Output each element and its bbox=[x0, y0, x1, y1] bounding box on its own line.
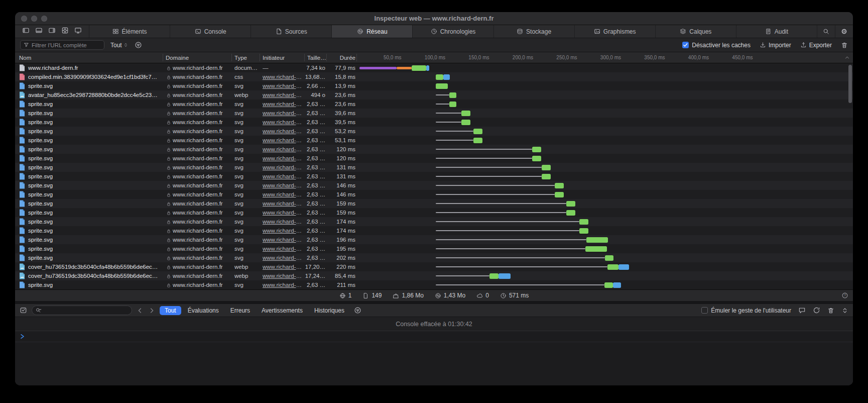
help-button[interactable]: ? bbox=[841, 292, 848, 299]
column-separator[interactable] bbox=[231, 54, 232, 61]
console-tab-tout[interactable]: Tout bbox=[160, 306, 181, 315]
tab-sources[interactable]: Sources bbox=[251, 25, 331, 38]
resource-initiator[interactable]: www.richard-d… bbox=[263, 118, 304, 127]
network-request-row[interactable]: avatar_hu85ecc3e298728880b0bde2dcc4e5c23… bbox=[15, 90, 853, 99]
zoom-button[interactable] bbox=[41, 16, 47, 22]
console-tab-avertissements[interactable]: Avertissements bbox=[257, 306, 308, 315]
minimize-button[interactable] bbox=[31, 16, 37, 22]
network-request-row[interactable]: sprite.svgwww.richard-dern.frsvgwww.rich… bbox=[15, 226, 853, 235]
settings-button[interactable] bbox=[835, 25, 853, 38]
network-request-row[interactable]: sprite.svgwww.richard-dern.frsvgwww.rich… bbox=[15, 109, 853, 118]
resource-initiator[interactable]: www.richard-d… bbox=[263, 99, 304, 109]
back-button[interactable] bbox=[137, 307, 144, 314]
vertical-scrollbar-thumb[interactable] bbox=[848, 65, 852, 103]
column-separator[interactable] bbox=[304, 54, 305, 61]
panel-bottom-button[interactable] bbox=[35, 27, 43, 36]
column-header-initiateur[interactable]: Initiateur bbox=[263, 52, 304, 63]
tab-elements[interactable]: Éléments bbox=[89, 25, 170, 38]
clear-network-button[interactable] bbox=[841, 42, 848, 49]
resource-initiator[interactable]: www.richard-d… bbox=[263, 172, 304, 181]
column-separator[interactable] bbox=[260, 54, 260, 61]
url-filter-input[interactable] bbox=[32, 42, 101, 48]
resource-initiator[interactable]: www.richard-d… bbox=[263, 190, 304, 199]
network-request-row[interactable]: sprite.svgwww.richard-dern.frsvgwww.rich… bbox=[15, 99, 853, 109]
resource-initiator[interactable]: www.richard-d… bbox=[263, 81, 304, 90]
network-request-row[interactable]: cover_hu736519dc3b5040cfa48b6b559b6de6ec… bbox=[15, 262, 853, 271]
resource-initiator[interactable]: www.richard-d… bbox=[263, 280, 304, 289]
network-request-row[interactable]: sprite.svgwww.richard-dern.frsvgwww.rich… bbox=[15, 118, 853, 127]
resource-initiator[interactable]: www.richard-d… bbox=[263, 253, 304, 262]
console-tab-historiques[interactable]: Historiques bbox=[309, 306, 349, 315]
resource-initiator[interactable]: www.richard-d… bbox=[263, 163, 304, 172]
tab-reseau[interactable]: Réseau bbox=[331, 25, 412, 38]
console-search-field[interactable] bbox=[32, 306, 132, 315]
inspect-element-button[interactable] bbox=[61, 27, 69, 36]
network-request-row[interactable]: sprite.svgwww.richard-dern.frsvgwww.rich… bbox=[15, 163, 853, 172]
disable-caches-toggle[interactable]: Désactiver les caches bbox=[682, 42, 751, 49]
resource-initiator[interactable]: www.richard-d… bbox=[263, 72, 304, 81]
panel-left-button[interactable] bbox=[22, 27, 30, 36]
resource-initiator[interactable]: www.richard-d… bbox=[263, 90, 304, 99]
filter-options-button[interactable] bbox=[135, 41, 142, 49]
console-filter-options-button[interactable] bbox=[354, 307, 361, 314]
resource-initiator[interactable]: www.richard-d… bbox=[263, 181, 304, 190]
network-request-row[interactable]: sprite.svgwww.richard-dern.frsvgwww.rich… bbox=[15, 81, 853, 90]
network-request-row[interactable]: sprite.svgwww.richard-dern.frsvgwww.rich… bbox=[15, 199, 853, 208]
console-messages-button[interactable] bbox=[798, 307, 806, 314]
resource-initiator[interactable]: www.richard-d… bbox=[263, 226, 304, 235]
url-filter-field[interactable] bbox=[20, 40, 104, 50]
clear-console-button[interactable] bbox=[827, 307, 834, 314]
network-request-row[interactable]: sprite.svgwww.richard-dern.frsvgwww.rich… bbox=[15, 217, 853, 226]
resource-initiator[interactable]: www.richard-d… bbox=[263, 244, 304, 253]
console-tab-valuations[interactable]: Évaluations bbox=[183, 306, 224, 315]
column-separator[interactable] bbox=[356, 54, 357, 61]
resource-initiator[interactable]: www.richard-d… bbox=[263, 235, 304, 244]
column-header-domaine[interactable]: Domaine bbox=[166, 52, 226, 63]
responsive-mode-button[interactable] bbox=[74, 27, 82, 36]
import-button[interactable]: Importer bbox=[760, 42, 791, 49]
resource-initiator[interactable]: www.richard-d… bbox=[263, 262, 304, 271]
column-header-nom[interactable]: Nom bbox=[19, 52, 119, 63]
tab-graphismes[interactable]: Graphismes bbox=[574, 25, 655, 38]
forward-button[interactable] bbox=[148, 307, 155, 314]
resource-initiator[interactable]: www.richard-d… bbox=[263, 154, 304, 163]
search-button[interactable] bbox=[817, 25, 835, 38]
column-separator[interactable] bbox=[163, 54, 163, 61]
tab-stockage[interactable]: Stockage bbox=[493, 25, 574, 38]
console-prompt[interactable] bbox=[15, 331, 853, 342]
export-button[interactable]: Exporter bbox=[800, 42, 832, 49]
resource-initiator[interactable]: www.richard-d… bbox=[263, 217, 304, 226]
tab-chronologies[interactable]: Chronologies bbox=[412, 25, 493, 38]
emulate-gesture-toggle[interactable]: Émuler le geste de l'utilisateur bbox=[701, 307, 791, 314]
network-request-row[interactable]: www.richard-dern.frwww.richard-dern.frdo… bbox=[15, 63, 853, 72]
resource-initiator[interactable]: www.richard-d… bbox=[263, 199, 304, 208]
network-request-row[interactable]: sprite.svgwww.richard-dern.frsvgwww.rich… bbox=[15, 208, 853, 217]
console-search-input[interactable] bbox=[44, 308, 128, 314]
tab-audit[interactable]: Audit bbox=[736, 25, 817, 38]
tab-calques[interactable]: Calques bbox=[655, 25, 736, 38]
close-button[interactable] bbox=[21, 16, 27, 22]
resource-initiator[interactable]: www.richard-d… bbox=[263, 271, 304, 280]
network-request-row[interactable]: sprite.svgwww.richard-dern.frsvgwww.rich… bbox=[15, 145, 853, 154]
network-request-row[interactable]: sprite.svgwww.richard-dern.frsvgwww.rich… bbox=[15, 280, 853, 289]
resource-initiator[interactable]: www.richard-d… bbox=[263, 208, 304, 217]
network-request-row[interactable]: sprite.svgwww.richard-dern.frsvgwww.rich… bbox=[15, 154, 853, 163]
network-request-row[interactable]: cover_hu736519dc3b5040cfa48b6b559b6de6ec… bbox=[15, 271, 853, 280]
tab-console[interactable]: Console bbox=[170, 25, 251, 38]
resource-initiator[interactable]: www.richard-d… bbox=[263, 109, 304, 118]
network-request-row[interactable]: sprite.svgwww.richard-dern.frsvgwww.rich… bbox=[15, 172, 853, 181]
network-request-row[interactable]: sprite.svgwww.richard-dern.frsvgwww.rich… bbox=[15, 181, 853, 190]
console-tab-erreurs[interactable]: Erreurs bbox=[225, 306, 255, 315]
emulate-gesture-checkbox[interactable] bbox=[701, 307, 708, 314]
scroll-up-icon[interactable] bbox=[844, 54, 850, 61]
network-request-row[interactable]: sprite.svgwww.richard-dern.frsvgwww.rich… bbox=[15, 253, 853, 262]
console-filter-icon[interactable] bbox=[20, 307, 27, 314]
panel-right-button[interactable] bbox=[48, 27, 56, 36]
resource-initiator[interactable]: www.richard-d… bbox=[263, 127, 304, 136]
network-request-row[interactable]: sprite.svgwww.richard-dern.frsvgwww.rich… bbox=[15, 136, 853, 145]
network-request-row[interactable]: sprite.svgwww.richard-dern.frsvgwww.rich… bbox=[15, 190, 853, 199]
resource-type-dropdown[interactable]: Tout bbox=[110, 42, 129, 49]
column-header-type[interactable]: Type bbox=[234, 52, 260, 63]
column-separator[interactable] bbox=[326, 54, 327, 61]
network-request-row[interactable]: sprite.svgwww.richard-dern.frsvgwww.rich… bbox=[15, 244, 853, 253]
